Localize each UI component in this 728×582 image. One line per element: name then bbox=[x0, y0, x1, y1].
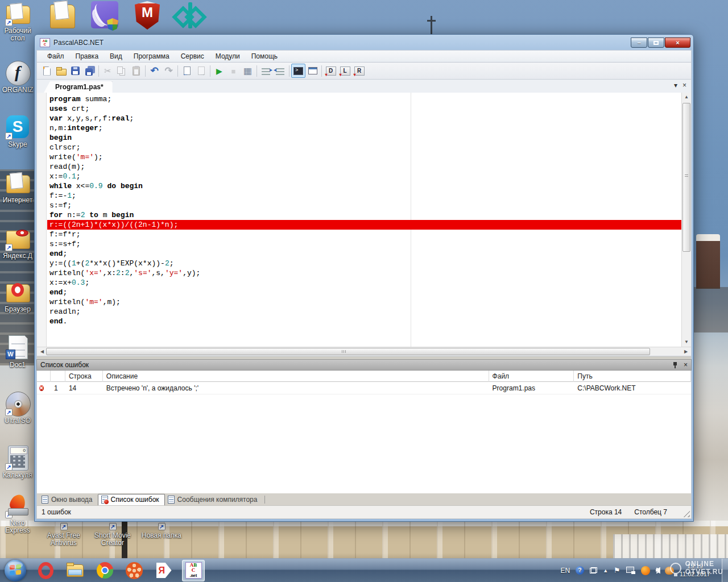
code-line[interactable]: readln; bbox=[49, 307, 681, 317]
show-console-button[interactable] bbox=[291, 64, 305, 78]
scroll-right-icon[interactable]: ▶ bbox=[681, 347, 690, 356]
nav-back-button[interactable] bbox=[180, 64, 194, 78]
desktop-icon[interactable]: ↗Short Movie Creator bbox=[89, 521, 136, 547]
bottom-tab-2[interactable]: Сообщения компилятора bbox=[165, 494, 263, 505]
scroll-down-icon[interactable]: ▼ bbox=[682, 338, 691, 347]
menu-item-3[interactable]: Программа bbox=[128, 51, 175, 62]
minimize-button[interactable]: – bbox=[631, 38, 647, 48]
compile-button[interactable] bbox=[241, 64, 255, 78]
editor-horizontal-scrollbar[interactable]: ◀ ▶ bbox=[36, 347, 692, 356]
code-line[interactable]: x:=x+0.3; bbox=[49, 278, 681, 288]
code-line[interactable]: n,m:integer; bbox=[49, 123, 681, 133]
new-file-button[interactable] bbox=[40, 64, 54, 78]
paste-button[interactable] bbox=[129, 64, 143, 78]
watch-r-button[interactable]: R bbox=[352, 64, 366, 78]
hidden-icons-chevron[interactable]: ▲ bbox=[603, 568, 608, 573]
menu-item-1[interactable]: Правка bbox=[70, 51, 105, 62]
code-line[interactable]: s:=f; bbox=[49, 201, 681, 210]
watch-d-button[interactable]: D bbox=[324, 64, 338, 78]
bottom-tab-1[interactable]: Список ошибок bbox=[98, 494, 165, 505]
taskbar-media-player-button[interactable] bbox=[123, 560, 146, 581]
tab-list-dropdown-icon[interactable]: ▾ bbox=[674, 81, 677, 89]
desktop-icon[interactable]: Skype bbox=[1, 115, 34, 148]
outdent-button[interactable] bbox=[273, 64, 287, 78]
code-line[interactable]: while x<=0.9 do begin bbox=[49, 181, 681, 191]
code-line[interactable]: clrscr; bbox=[49, 143, 681, 152]
code-line[interactable]: read(m); bbox=[49, 162, 681, 172]
teal-app-icon[interactable] bbox=[175, 0, 205, 32]
desktop-icon[interactable]: Nero Express bbox=[1, 493, 34, 534]
column-file[interactable]: Файл bbox=[489, 371, 574, 382]
open-file-button[interactable] bbox=[54, 64, 68, 78]
desktop-icon[interactable]: Doc1 bbox=[1, 335, 34, 369]
code-line[interactable]: var x,y,s,r,f:real; bbox=[49, 114, 681, 123]
network-icon[interactable] bbox=[626, 567, 635, 574]
code-line[interactable]: y:=((1+(2*x*x()*EXP(x*x))-2; bbox=[49, 259, 681, 268]
column-description[interactable]: Описание bbox=[103, 371, 489, 382]
taskbar-pascalabc-button[interactable]: ABC.net bbox=[182, 560, 205, 581]
save-all-button[interactable] bbox=[82, 64, 97, 78]
desktop-icon[interactable]: UltraISO bbox=[1, 391, 34, 425]
taskbar-chrome-button[interactable] bbox=[93, 560, 116, 581]
taskbar-yandex-browser-button[interactable]: Я bbox=[152, 560, 175, 581]
restore-windows-icon[interactable] bbox=[590, 567, 597, 573]
tab-close-icon[interactable]: × bbox=[682, 81, 686, 89]
scroll-left-icon[interactable]: ◀ bbox=[38, 347, 47, 356]
horizontal-scroll-thumb[interactable] bbox=[46, 348, 650, 355]
code-editor[interactable]: program summa;uses crt;var x,y,s,r,f:rea… bbox=[36, 93, 692, 347]
antivirus-shield-icon[interactable] bbox=[90, 0, 119, 32]
tray-misc-icon[interactable] bbox=[665, 567, 674, 575]
watch-l-button[interactable]: L bbox=[338, 64, 352, 78]
column-path[interactable]: Путь bbox=[574, 371, 691, 382]
copy-button[interactable] bbox=[115, 64, 129, 78]
redo-button[interactable] bbox=[162, 64, 176, 78]
scroll-up-icon[interactable]: ▲ bbox=[682, 93, 691, 102]
indent-button[interactable] bbox=[259, 64, 273, 78]
pin-icon[interactable] bbox=[673, 361, 678, 368]
tab-program1[interactable]: Program1.pas* bbox=[44, 81, 113, 93]
cut-button[interactable] bbox=[101, 64, 115, 78]
desktop-icon[interactable]: Калькуля bbox=[1, 446, 34, 479]
show-desktop-button[interactable] bbox=[722, 559, 728, 582]
desktop-icon[interactable]: Браузер bbox=[1, 280, 34, 313]
code-line[interactable]: s:=s+f; bbox=[49, 239, 681, 249]
stop-button[interactable] bbox=[226, 64, 241, 78]
save-button[interactable] bbox=[68, 64, 82, 78]
menu-item-0[interactable]: Файл bbox=[42, 51, 70, 62]
menu-item-2[interactable]: Вид bbox=[104, 51, 128, 62]
action-center-flag-icon[interactable]: ⚑ bbox=[614, 566, 621, 575]
panel-close-icon[interactable]: × bbox=[684, 361, 688, 368]
folder-icon[interactable] bbox=[48, 0, 77, 32]
help-icon[interactable]: ? bbox=[576, 566, 584, 575]
code-line[interactable]: end. bbox=[49, 317, 681, 326]
code-line[interactable]: end; bbox=[49, 249, 681, 259]
bottom-tab-0[interactable]: Окно вывода bbox=[39, 494, 98, 505]
code-line[interactable]: f:=-1; bbox=[49, 191, 681, 201]
resize-grip[interactable] bbox=[682, 510, 690, 517]
column-line[interactable]: Строка bbox=[65, 371, 103, 382]
error-row[interactable]: ✕ 1 14 Встречено 'n', а ожидалось ';' Pr… bbox=[37, 382, 691, 394]
code-line[interactable]: writeln('x=',x:2:2,'s=',s,'y=',y); bbox=[49, 268, 681, 278]
close-button[interactable]: × bbox=[665, 38, 690, 48]
language-indicator[interactable]: EN bbox=[561, 567, 570, 575]
code-line[interactable]: write('m='); bbox=[49, 152, 681, 162]
show-form-button[interactable] bbox=[305, 64, 320, 78]
code-line[interactable]: begin bbox=[49, 133, 681, 143]
desktop-icon[interactable]: Интернет bbox=[1, 171, 34, 204]
desktop-icon[interactable]: ↗Avast Free Antivirus bbox=[40, 521, 88, 547]
code-line[interactable]: f:=f*r; bbox=[49, 230, 681, 239]
code-line[interactable]: for n:=2 to m begin bbox=[49, 210, 681, 220]
editor-vertical-scrollbar[interactable]: ▲ ▼ bbox=[681, 93, 691, 347]
clock[interactable]: 19:19 11.02.2017 bbox=[680, 563, 710, 579]
start-button[interactable] bbox=[5, 560, 26, 581]
code-line[interactable]: end; bbox=[49, 288, 681, 297]
menu-item-6[interactable]: Помощь bbox=[246, 51, 283, 62]
code-line[interactable]: uses crt; bbox=[49, 104, 681, 114]
menu-item-4[interactable]: Сервис bbox=[175, 51, 210, 62]
title-bar[interactable]: ABC PascalABC.NET – × bbox=[36, 35, 692, 50]
undo-button[interactable] bbox=[147, 64, 162, 78]
desktop-icon[interactable]: Яндекс.Д bbox=[1, 226, 34, 260]
menu-item-5[interactable]: Модули bbox=[210, 51, 246, 62]
vertical-scroll-thumb[interactable] bbox=[682, 103, 690, 252]
run-button[interactable] bbox=[212, 64, 226, 78]
